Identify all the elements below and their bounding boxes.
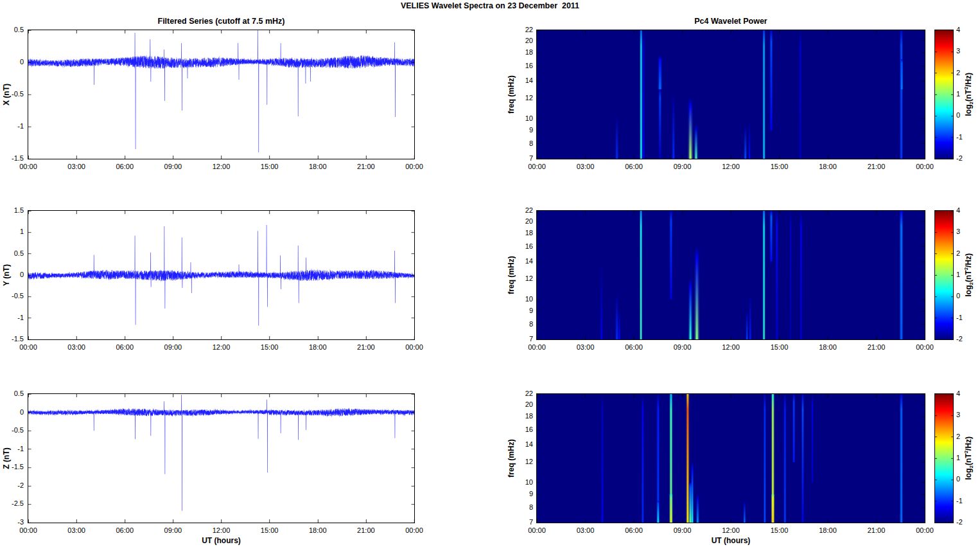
tick-label: -2 — [956, 335, 963, 343]
tick-label: 4 — [956, 26, 960, 33]
tick-label: 2 — [956, 69, 960, 76]
tick-label: 12 — [510, 458, 533, 465]
tick-label: 20 — [510, 400, 533, 408]
tick-label: 1 — [956, 271, 960, 278]
tick-label: 00:00 — [916, 163, 934, 170]
tick-label: 22 — [510, 26, 533, 33]
right-column-title: Pc4 Wavelet Power — [537, 17, 925, 26]
x-series-panel — [28, 30, 415, 159]
tick-label: 12:00 — [213, 163, 231, 170]
tick-label: 10 — [510, 478, 533, 486]
tick-label: 09:00 — [164, 163, 182, 170]
tick-label: 06:00 — [116, 343, 134, 351]
tick-label: 15:00 — [261, 343, 279, 351]
left-column-title: Filtered Series (cutoff at 7.5 mHz) — [28, 17, 414, 26]
tick-label: 15:00 — [261, 163, 279, 170]
tick-label: 00:00 — [19, 526, 37, 534]
y-wavelet-plot — [537, 211, 925, 339]
tick-label: 0 — [956, 475, 960, 483]
tick-label: 21:00 — [868, 163, 886, 170]
y-series-plot — [28, 211, 414, 339]
colorbar-3-gradient — [935, 394, 953, 523]
figure-title: VELIES Wavelet Spectra on 23 December 20… — [0, 1, 980, 10]
tick-label: 0 — [0, 58, 24, 66]
tick-label: 09:00 — [164, 526, 182, 534]
tick-label: 7 — [510, 154, 533, 162]
tick-label: 00:00 — [528, 343, 546, 351]
right-xaxis-label: UT (hours) — [537, 536, 925, 545]
tick-label: 8 — [510, 503, 533, 511]
tick-label: 06:00 — [625, 526, 643, 534]
tick-label: 15:00 — [771, 163, 789, 170]
colorbar-3 — [934, 393, 954, 523]
tick-label: -2 — [956, 518, 963, 526]
tick-label: 0.5 — [0, 390, 24, 397]
tick-label: 7 — [510, 518, 533, 526]
tick-label: 22 — [510, 390, 533, 397]
colorbar-2-label: log2(nT2/Hz) — [962, 211, 976, 339]
tick-label: 9 — [510, 307, 533, 314]
tick-label: 4 — [956, 390, 960, 397]
tick-label: 4 — [956, 206, 960, 214]
tick-label: 21:00 — [357, 343, 375, 351]
tick-label: 18:00 — [309, 343, 327, 351]
tick-label: 21:00 — [357, 526, 375, 534]
tick-label: -1.5 — [0, 154, 24, 162]
tick-label: 06:00 — [116, 163, 134, 170]
tick-label: 20 — [510, 37, 533, 44]
tick-label: 3 — [956, 411, 960, 418]
tick-label: 2 — [956, 249, 960, 257]
tick-label: 1 — [956, 90, 960, 98]
tick-label: -1 — [956, 314, 963, 321]
colorbar-2 — [934, 210, 954, 340]
tick-label: 03:00 — [67, 526, 85, 534]
tick-label: 22 — [510, 206, 533, 214]
tick-label: -1 — [956, 497, 963, 505]
tick-label: 15:00 — [771, 343, 789, 351]
tick-label: 20 — [510, 217, 533, 225]
tick-label: 18:00 — [309, 526, 327, 534]
tick-label: 0 — [0, 408, 24, 416]
tick-label: 8 — [510, 139, 533, 147]
tick-label: 00:00 — [528, 526, 546, 534]
tick-label: 00:00 — [528, 163, 546, 170]
tick-label: 12:00 — [722, 526, 740, 534]
tick-label: 00:00 — [916, 343, 934, 351]
tick-label: 15:00 — [771, 526, 789, 534]
tick-label: 18:00 — [309, 163, 327, 170]
tick-label: -2 — [0, 481, 24, 489]
tick-label: -2 — [956, 154, 963, 162]
colorbar-1 — [934, 30, 954, 159]
y-wavelet-panel — [536, 210, 925, 340]
tick-label: 18 — [510, 412, 533, 420]
tick-label: 00:00 — [19, 163, 37, 170]
tick-label: 09:00 — [164, 343, 182, 351]
z-series-plot — [28, 394, 414, 523]
tick-label: 03:00 — [67, 163, 85, 170]
tick-label: -1 — [0, 122, 24, 130]
tick-label: 03:00 — [577, 163, 595, 170]
tick-label: -0.5 — [0, 426, 24, 434]
tick-label: 3 — [956, 47, 960, 55]
tick-label: 3 — [956, 228, 960, 235]
tick-label: 16 — [510, 426, 533, 433]
tick-label: 9 — [510, 490, 533, 498]
tick-label: 21:00 — [868, 343, 886, 351]
tick-label: 09:00 — [674, 163, 692, 170]
tick-label: 18:00 — [819, 526, 837, 534]
tick-label: 14 — [510, 76, 533, 84]
tick-label: -3 — [0, 518, 24, 526]
tick-label: -1 — [0, 445, 24, 453]
tick-label: 03:00 — [577, 526, 595, 534]
tick-label: 10 — [510, 114, 533, 122]
tick-label: 1 — [0, 228, 24, 235]
tick-label: 2 — [956, 433, 960, 440]
left-xaxis-label: UT (hours) — [28, 536, 414, 545]
tick-label: 1.5 — [0, 206, 24, 214]
tick-label: 21:00 — [868, 526, 886, 534]
tick-label: 0.5 — [0, 249, 24, 257]
tick-label: 0 — [956, 292, 960, 300]
x-wavelet-panel — [536, 30, 925, 159]
tick-label: -1.5 — [0, 335, 24, 343]
tick-label: 03:00 — [577, 343, 595, 351]
